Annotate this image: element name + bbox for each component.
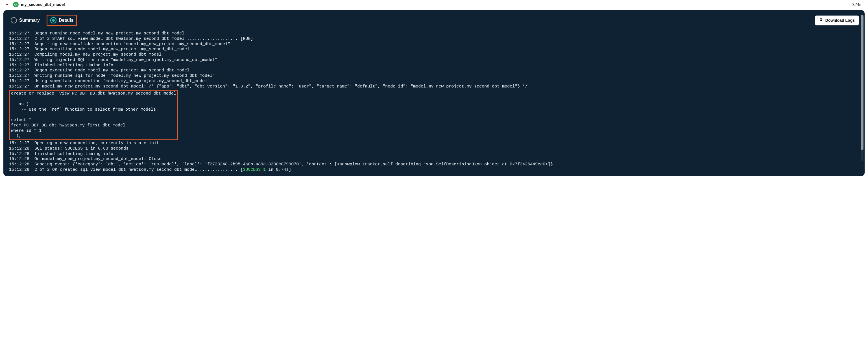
log-line: 15:12:27 Acquiring new snowflake connect…: [9, 42, 859, 47]
log-line: 15:12:27 2 of 2 START sql view model dbt…: [9, 36, 859, 42]
download-label: Download Logs: [825, 18, 855, 23]
terminal-toolbar: Summary Details Download Logs: [9, 15, 859, 26]
log-line: 15:12:27 Writing runtime sql for node "m…: [9, 73, 859, 79]
log-line: 15:12:27 Opening a new connection, curre…: [9, 141, 859, 146]
scrollbar[interactable]: [861, 15, 864, 161]
tab-label: Summary: [19, 18, 40, 23]
scrollbar-thumb[interactable]: [861, 15, 864, 150]
sql-highlight-box: create or replace view PC_DBT_DB.dbt_hwa…: [9, 90, 178, 140]
tab-summary[interactable]: Summary: [9, 16, 41, 25]
log-line: 15:12:27 On model.my_new_project.my_seco…: [9, 84, 859, 90]
radio-icon: [11, 17, 17, 24]
log-line: 15:12:28 Sending event: {'category': 'db…: [9, 162, 859, 167]
terminal-panel: Summary Details Download Logs 15:12:27 B…: [3, 10, 865, 176]
log-line: 15:12:27 Began compiling node model.my_n…: [9, 47, 859, 52]
log-line: 15:12:27 Began running node model.my_new…: [9, 31, 859, 36]
download-logs-button[interactable]: Download Logs: [815, 15, 859, 25]
log-line: 15:12:28 finished collecting timing info: [9, 152, 859, 157]
log-line: 15:12:27 finished collecting timing info: [9, 63, 859, 68]
log-line: 15:12:28 SQL status: SUCCESS 1 in 0.63 s…: [9, 146, 859, 152]
log-output: 15:12:27 Began running node model.my_new…: [9, 31, 859, 173]
collapse-toggle[interactable]: [4, 2, 9, 7]
status-success-icon: [13, 2, 19, 7]
panel-header: my_second_dbt_model 0.74s: [3, 0, 865, 9]
download-icon: [819, 18, 823, 23]
log-line-final: 15:12:28 2 of 2 OK created sql view mode…: [9, 167, 859, 173]
model-run-panel: my_second_dbt_model 0.74s Summary Detail…: [0, 0, 868, 178]
tab-list: Summary Details: [9, 15, 77, 26]
log-line: 15:12:27 Writing injected SQL for node "…: [9, 58, 859, 63]
radio-icon-active: [50, 17, 57, 24]
log-line: 15:12:27 Began executing node model.my_n…: [9, 68, 859, 73]
run-duration: 0.74s: [851, 2, 864, 7]
tab-label: Details: [59, 18, 73, 23]
log-line: 15:12:27 Using snowflake connection "mod…: [9, 79, 859, 84]
log-line: 15:12:28 On model.my_new_project.my_seco…: [9, 157, 859, 162]
log-line: 15:12:27 Compiling model.my_new_project.…: [9, 52, 859, 58]
tab-details[interactable]: Details: [46, 15, 77, 26]
success-token: SUCCESS 1: [243, 167, 266, 172]
model-title: my_second_dbt_model: [21, 2, 65, 7]
